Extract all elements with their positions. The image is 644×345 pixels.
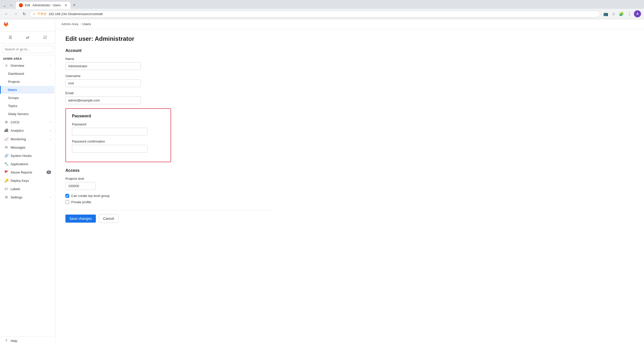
sidebar-item-deploy-keys[interactable]: 🔑 Deploy Keys: [1, 177, 54, 185]
can-create-group-label[interactable]: Can create top level group: [71, 194, 109, 198]
profile-button[interactable]: ⋮: [626, 11, 632, 17]
sidebar-item-groups-label: Groups: [8, 96, 19, 100]
sidebar-item-deploy-keys-left: 🔑 Deploy Keys: [4, 179, 29, 183]
svg-rect-2: [7, 128, 7, 132]
back-nav-button[interactable]: ←: [3, 11, 10, 17]
gitlab-logo: [2, 21, 10, 29]
sidebar-item-topics[interactable]: Topics: [1, 102, 54, 110]
password-confirmation-label: Password confirmation: [72, 140, 165, 143]
main-content: Admin Area › Users Edit user: Administra…: [55, 19, 644, 345]
merge-requests-btn[interactable]: ⇄: [19, 33, 36, 41]
extensions-button[interactable]: 🧩: [618, 11, 625, 17]
cancel-button[interactable]: Cancel: [99, 214, 118, 223]
email-field-group: Email: [65, 91, 272, 104]
breadcrumb-admin-area[interactable]: Admin Area: [61, 22, 78, 26]
security-label: 不安全: [37, 12, 47, 16]
todos-btn[interactable]: ☑: [37, 33, 53, 41]
sidebar-item-monitoring[interactable]: 📈 Monitoring ›: [1, 135, 54, 143]
breadcrumb-current: Users: [83, 22, 91, 26]
sidebar-item-deploy-keys-label: Deploy Keys: [11, 179, 29, 183]
sidebar-item-applications-label: Applications: [11, 162, 28, 166]
can-create-group-checkbox-group: Can create top level group: [65, 194, 272, 198]
password-confirmation-input[interactable]: [72, 145, 147, 153]
sidebar-item-projects[interactable]: Projects: [1, 78, 54, 86]
sidebar-item-messages-left: ✉ Messages: [4, 145, 25, 149]
system-hooks-icon: 🔗: [4, 154, 9, 158]
sidebar-item-analytics[interactable]: Analytics ›: [1, 126, 54, 135]
sidebar-item-gitaly-label: Gitaly Servers: [8, 112, 29, 116]
email-input[interactable]: [65, 96, 141, 104]
tab-close-button[interactable]: ✕: [64, 3, 67, 7]
sidebar-item-system-hooks[interactable]: 🔗 System Hooks: [1, 152, 54, 160]
private-profile-checkbox[interactable]: [65, 200, 69, 204]
can-create-group-checkbox[interactable]: [65, 194, 69, 198]
svg-rect-1: [6, 129, 6, 132]
forward-nav-button[interactable]: →: [12, 11, 19, 17]
sidebar-item-cicd-label: CI/CD: [11, 120, 19, 124]
sidebar-item-abuse-reports[interactable]: 🚩 Abuse Reports 0: [1, 168, 54, 176]
sidebar-item-dashboard-label: Dashboard: [8, 72, 24, 76]
sidebar-item-groups[interactable]: Groups: [1, 94, 54, 102]
new-tab-button[interactable]: +: [71, 2, 78, 9]
sidebar-icon-row: ☰ ⇄ ☑: [0, 31, 55, 44]
save-changes-button[interactable]: Save changes: [65, 215, 96, 223]
back-button[interactable]: ←: [8, 2, 15, 9]
address-bar[interactable]: ⚠ 不安全: [29, 11, 600, 17]
bookmark-button[interactable]: ☆: [611, 11, 616, 17]
password-confirmation-field-group: Password confirmation: [72, 140, 165, 153]
sidebar-item-users-label: Users: [8, 88, 17, 92]
account-section: Account Name Username Email: [65, 48, 272, 104]
sidebar-item-projects-label: Projects: [8, 80, 20, 84]
sidebar-item-labels[interactable]: 🏷 Labels: [1, 185, 54, 193]
settings-icon: ⚙: [4, 195, 9, 199]
name-input[interactable]: [65, 62, 141, 70]
projects-limit-input[interactable]: [65, 182, 96, 190]
sidebar-item-monitoring-label: Monitoring: [11, 137, 26, 141]
sidebar-item-analytics-label: Analytics: [11, 129, 24, 132]
private-profile-checkbox-group: Private profile: [65, 200, 272, 204]
sidebar-item-help[interactable]: ? Help: [1, 336, 54, 345]
sidebar-item-messages[interactable]: ✉ Messages: [1, 143, 54, 151]
sidebar-item-settings-label: Settings: [11, 195, 22, 199]
projects-limit-label: Projects limit: [65, 177, 272, 181]
sidebar-item-overview-label: Overview: [11, 64, 24, 67]
password-label: Password: [72, 122, 165, 126]
sidebar: ☰ ⇄ ☑ Admin Area ≡ Overview › Dashboard: [0, 19, 55, 345]
sidebar-toggle-btn[interactable]: ☰: [2, 33, 18, 41]
tab-title: Edit · Administrator · Users ·: [25, 4, 62, 7]
sidebar-item-users[interactable]: Users: [0, 86, 54, 94]
password-field-group: Password: [72, 122, 165, 135]
sidebar-top: [0, 19, 55, 31]
sidebar-item-cicd-left: ⚙ CI/CD: [4, 120, 19, 124]
tab-list-button[interactable]: ⌄: [2, 2, 7, 9]
cast-button[interactable]: 📺: [602, 11, 609, 17]
sidebar-item-overview[interactable]: ≡ Overview ›: [1, 61, 54, 70]
svg-rect-3: [8, 129, 8, 132]
cicd-icon: ⚙: [4, 120, 9, 124]
sidebar-item-topics-left: Topics: [8, 104, 17, 108]
email-label: Email: [65, 91, 272, 95]
tab-bar: ⌄ ← Edit · Administrator · Users · ✕ +: [0, 0, 644, 9]
sidebar-item-cicd[interactable]: ⚙ CI/CD ›: [1, 118, 54, 126]
sidebar-item-settings[interactable]: ⚙ Settings ›: [1, 193, 54, 201]
name-field-group: Name: [65, 57, 272, 70]
tab-favicon: [19, 3, 23, 7]
toolbar-actions: 📺 ☆ 🧩 ⋮ A: [602, 10, 641, 17]
user-avatar[interactable]: A: [634, 10, 641, 17]
browser-toolbar: ← → ↻ ⚠ 不安全 📺 ☆ 🧩 ⋮ A: [0, 9, 644, 19]
sidebar-item-gitaly[interactable]: Gitaly Servers: [1, 110, 54, 118]
search-input[interactable]: [2, 46, 53, 53]
password-input[interactable]: [72, 128, 147, 135]
address-input[interactable]: [49, 12, 597, 16]
reload-button[interactable]: ↻: [21, 11, 27, 17]
settings-chevron: ›: [50, 195, 51, 199]
sidebar-item-applications[interactable]: 🔧 Applications: [1, 160, 54, 168]
sidebar-item-dashboard[interactable]: Dashboard: [1, 70, 54, 78]
admin-area-label: Admin Area: [0, 55, 55, 61]
sidebar-item-labels-label: Labels: [11, 187, 20, 191]
private-profile-label[interactable]: Private profile: [71, 200, 91, 204]
breadcrumb: Admin Area › Users: [55, 19, 644, 29]
username-input[interactable]: [65, 79, 141, 87]
projects-limit-field-group: Projects limit: [65, 177, 272, 190]
sidebar-item-dashboard-left: Dashboard: [8, 72, 24, 76]
